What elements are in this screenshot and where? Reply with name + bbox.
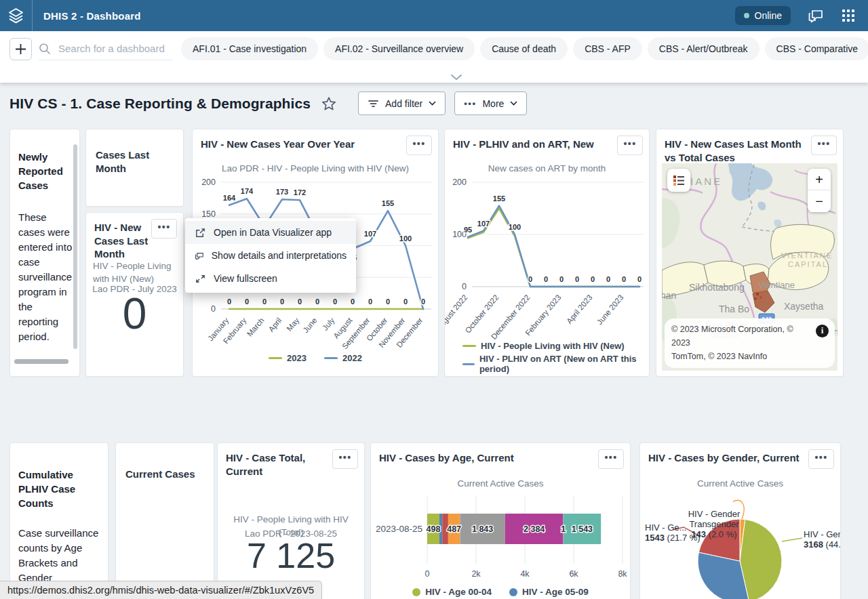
text-card-cumulative: Cumulative PLHIV Case Counts Case survei… <box>9 442 108 599</box>
filter-icon <box>368 98 379 109</box>
svg-text:172: 172 <box>294 188 306 197</box>
dashboard-chip[interactable]: Cause of death <box>480 37 568 60</box>
svg-text:1 543: 1 543 <box>572 524 593 534</box>
chart-legend: HIV - Age 00-04HIV - Age 05-09 <box>371 587 630 597</box>
app-title: DHIS 2 - Dashboard <box>43 10 141 22</box>
svg-text:0: 0 <box>333 297 337 306</box>
text-card-body: Case surveillance counts by Age Brackets… <box>18 526 100 585</box>
svg-text:100: 100 <box>509 223 521 231</box>
star-icon[interactable] <box>321 96 337 112</box>
svg-text:0: 0 <box>245 297 249 306</box>
svg-text:487: 487 <box>447 524 461 534</box>
svg-text:0: 0 <box>298 297 302 306</box>
online-status-badge[interactable]: Online <box>735 6 791 25</box>
svg-text:173: 173 <box>276 188 288 196</box>
map-zoom-control: + − <box>808 169 831 212</box>
dashboard-chip[interactable]: CBS - Comparative <box>765 37 868 60</box>
dhis2-logo[interactable] <box>0 0 33 31</box>
legend-item[interactable]: HIV - Age 00-04 <box>412 587 492 597</box>
svg-text:0: 0 <box>403 297 408 306</box>
card-more-button[interactable]: ••• <box>808 449 834 469</box>
add-filter-button[interactable]: Add filter <box>358 91 446 115</box>
svg-text:June: June <box>301 316 318 335</box>
svg-text:107: 107 <box>477 220 490 228</box>
svg-text:May: May <box>285 316 300 333</box>
dashboard-search[interactable] <box>39 38 173 60</box>
chevron-down-icon <box>429 101 436 106</box>
map-place-label: Vientiane <box>758 280 795 290</box>
search-input[interactable] <box>57 42 167 55</box>
dashboard-chip[interactable]: CBS - Alert/Outbreak <box>648 37 760 60</box>
svg-text:4k: 4k <box>520 569 530 579</box>
dashboard-title: HIV CS - 1. Case Reporting & Demographic… <box>9 96 311 112</box>
card-more-button[interactable]: ••• <box>332 449 358 469</box>
single-value: 7 125 <box>218 535 364 576</box>
legend-item[interactable]: HIV - Age 05-09 <box>509 587 589 597</box>
online-dot-icon <box>744 13 749 18</box>
svg-text:August 2022: August 2022 <box>445 293 469 332</box>
map-place-label: Xaysetha <box>784 301 824 312</box>
vertical-scrollbar[interactable] <box>73 144 77 349</box>
single-value: 0 <box>86 289 183 339</box>
new-dashboard-button[interactable] <box>9 38 32 60</box>
dashboard-chip[interactable]: AFI.01 - Case investigation <box>181 37 318 60</box>
dashboard-chip[interactable]: AFI.02 - Surveillance overview <box>323 37 475 60</box>
online-label: Online <box>755 10 782 21</box>
svg-text:0: 0 <box>528 275 532 283</box>
svg-text:2k: 2k <box>471 569 481 579</box>
svg-text:October 2022: October 2022 <box>464 293 500 335</box>
map-zoom-in-button[interactable]: + <box>808 169 831 190</box>
map-legend-button[interactable] <box>667 169 690 192</box>
showmore-strip <box>0 66 868 83</box>
more-button[interactable]: ••• More <box>454 91 527 115</box>
card-more-button[interactable]: ••• <box>406 136 432 155</box>
svg-text:0: 0 <box>315 297 319 306</box>
legend-item[interactable]: 2023 <box>269 353 307 363</box>
dashboard-chip[interactable]: CBS - AFP <box>573 37 642 60</box>
svg-text:March: March <box>245 316 266 338</box>
apps-menu-icon[interactable] <box>841 8 856 23</box>
map-canvas[interactable]: 242 NTIANEVIENTIANECAPITALSikhottabongha… <box>662 163 837 371</box>
legend-item[interactable]: HIV - People Living with HIV (New) <box>462 341 625 351</box>
external-link-icon <box>195 227 206 239</box>
more-options-icon: ••• <box>464 98 476 108</box>
card-more-button[interactable]: ••• <box>151 219 177 239</box>
header-bar: DHIS 2 - Dashboard Online <box>0 0 868 31</box>
svg-text:0: 0 <box>462 282 467 291</box>
card-cases-last-month: Cases Last Month <box>85 129 184 207</box>
legend-item[interactable]: HIV - PLHIV on ART (New on ART this peri… <box>462 354 649 374</box>
map-zoom-out-button[interactable]: − <box>808 190 831 212</box>
fullscreen-icon <box>195 273 206 285</box>
svg-text:0: 0 <box>421 297 425 306</box>
svg-text:6k: 6k <box>569 569 578 579</box>
menu-item-open-data-visualizer[interactable]: Open in Data Visualizer app <box>185 221 356 244</box>
svg-text:0: 0 <box>351 297 355 306</box>
card-more-button[interactable]: ••• <box>617 136 643 155</box>
card-more-button[interactable]: ••• <box>598 449 624 469</box>
interpretations-icon[interactable] <box>807 7 825 24</box>
card-more-button[interactable]: ••• <box>811 136 837 155</box>
svg-text:200: 200 <box>201 178 216 187</box>
collapse-chevron-icon[interactable] <box>450 71 462 83</box>
card-chart-cases-by-age: HIV - Cases by Age, Current ••• Current … <box>370 442 631 599</box>
horizontal-scrollbar[interactable] <box>14 359 68 364</box>
chart-legend: 20232022 <box>193 353 438 363</box>
card-hiv-case-total: HIV - Case Total, Current ••• HIV - Peop… <box>217 442 365 599</box>
card-context-menu: Open in Data Visualizer app Show details… <box>185 218 356 293</box>
card-title: Cases Last Month <box>96 148 174 175</box>
svg-text:100: 100 <box>399 234 412 243</box>
menu-item-view-fullscreen[interactable]: View fullscreen <box>185 267 356 290</box>
stacked-bar-chart-age: 02k4k6k8k2023-08-254984871 8432 38411 54… <box>371 443 631 599</box>
menu-item-show-details-interpretations[interactable]: Show details and interpretations <box>185 244 356 267</box>
map-info-icon[interactable]: i <box>816 325 829 337</box>
svg-text:0: 0 <box>575 275 579 283</box>
text-card-newly-reported: Newly Reported Cases These cases were en… <box>9 129 80 377</box>
svg-text:2023-08-25: 2023-08-25 <box>376 524 422 534</box>
dhis2-logo-icon <box>7 7 25 25</box>
legend-item[interactable]: 2022 <box>324 353 362 363</box>
map-place-label: VIENTIANE <box>781 251 833 260</box>
text-card-body: These cases were entered into case surve… <box>18 210 74 344</box>
more-label: More <box>482 98 504 109</box>
svg-text:0: 0 <box>368 297 372 306</box>
pie-label-left: HIV - Ge... 1543 (21.7 %) <box>645 523 701 543</box>
